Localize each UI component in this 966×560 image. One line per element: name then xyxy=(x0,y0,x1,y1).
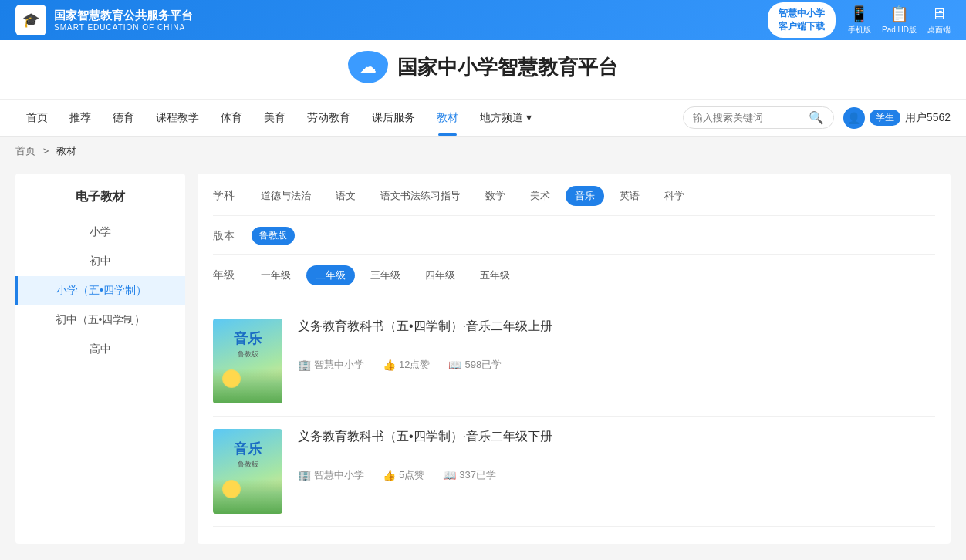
nav-local[interactable]: 地方频道 ▾ xyxy=(469,100,542,136)
sidebar-item-primary54[interactable]: 小学（五•四学制） xyxy=(15,276,185,305)
version-filter-tags: 鲁教版 xyxy=(252,227,295,245)
meta-learners-0: 📖 598已学 xyxy=(448,358,502,372)
breadcrumb-home[interactable]: 首页 xyxy=(15,145,35,157)
nav-home[interactable]: 首页 xyxy=(15,100,59,136)
breadcrumb: 首页 > 教材 xyxy=(0,137,966,166)
device-mobile[interactable]: 📱 手机版 xyxy=(848,5,871,35)
main-container: 电子教材 小学 初中 小学（五•四学制） 初中（五•四学制） 高中 学科 道德与… xyxy=(0,166,966,552)
subject-filter-label: 学科 xyxy=(213,189,252,203)
nav-moral[interactable]: 德育 xyxy=(102,100,145,136)
building-icon-1: 🏢 xyxy=(298,469,311,481)
search-icon[interactable]: 🔍 xyxy=(809,110,824,125)
nav-sports[interactable]: 体育 xyxy=(210,100,253,136)
version-filter-label: 版本 xyxy=(213,229,252,243)
nav-arts[interactable]: 美育 xyxy=(253,100,296,136)
book-meta-1: 🏢 智慧中小学 👍 5点赞 📖 337已学 xyxy=(298,468,935,482)
learner-icon-1: 📖 xyxy=(443,469,456,481)
site-title: 国家中小学智慧教育平台 xyxy=(397,54,618,81)
grade-filter-label: 年级 xyxy=(213,268,252,282)
logo-text: 国家智慧教育公共服务平台 SMART EDUCATION OF CHINA xyxy=(54,8,193,32)
subject-filter-row: 学科 道德与法治 语文 语文书法练习指导 数学 美术 音乐 英语 科学 xyxy=(213,186,935,216)
book-sun-0 xyxy=(222,369,241,388)
tag-grade5[interactable]: 五年级 xyxy=(471,265,519,285)
book-title-1: 义务教育教科书（五•四学制）·音乐二年级下册 xyxy=(298,429,935,445)
tag-lujiao[interactable]: 鲁教版 xyxy=(252,227,295,245)
desktop-icon: 🖥 xyxy=(931,5,947,23)
header-logo: ☁ 国家中小学智慧教育平台 xyxy=(348,51,618,83)
breadcrumb-current: 教材 xyxy=(56,145,76,157)
username: 用户5562 xyxy=(905,111,951,125)
header: ☁ 国家中小学智慧教育平台 xyxy=(0,40,966,100)
breadcrumb-separator: > xyxy=(43,145,49,157)
tag-calligraphy[interactable]: 语文书法练习指导 xyxy=(371,186,470,206)
top-bar: 🎓 国家智慧教育公共服务平台 SMART EDUCATION OF CHINA … xyxy=(0,0,966,40)
tag-grade3[interactable]: 三年级 xyxy=(361,265,410,285)
like-icon-0: 👍 xyxy=(383,359,396,371)
learner-icon-0: 📖 xyxy=(448,359,461,371)
device-desktop[interactable]: 🖥 桌面端 xyxy=(927,5,951,35)
meta-source-1: 🏢 智慧中小学 xyxy=(298,468,364,482)
tag-art[interactable]: 美术 xyxy=(521,186,559,206)
nav-labor[interactable]: 劳动教育 xyxy=(296,100,361,136)
sidebar-item-high[interactable]: 高中 xyxy=(15,335,185,364)
book-list: 音乐 鲁教版 义务教育教科书（五•四学制）·音乐二年级上册 🏢 智慧中小学 xyxy=(213,306,935,527)
grade-filter-row: 年级 一年级 二年级 三年级 四年级 五年级 xyxy=(213,265,935,295)
meta-source-0: 🏢 智慧中小学 xyxy=(298,358,364,372)
download-button[interactable]: 智慧中小学 客户端下载 xyxy=(768,2,836,38)
cloud-logo-icon: ☁ xyxy=(348,51,388,83)
nav-recommend[interactable]: 推荐 xyxy=(59,100,102,136)
like-icon-1: 👍 xyxy=(383,469,396,481)
nav-afterschool[interactable]: 课后服务 xyxy=(361,100,426,136)
mobile-icon: 📱 xyxy=(849,5,869,23)
device-icons: 📱 手机版 📋 Pad HD版 🖥 桌面端 xyxy=(848,5,951,35)
subject-filter-tags: 道德与法治 语文 语文书法练习指导 数学 美术 音乐 英语 科学 xyxy=(252,186,694,206)
building-icon-0: 🏢 xyxy=(298,359,311,371)
logo-title: 国家智慧教育公共服务平台 xyxy=(54,8,193,23)
device-pad[interactable]: 📋 Pad HD版 xyxy=(882,5,917,35)
tag-english[interactable]: 英语 xyxy=(610,186,649,206)
tag-math[interactable]: 数学 xyxy=(476,186,515,206)
book-publisher-1: 鲁教版 xyxy=(234,460,262,470)
meta-likes-1: 👍 5点赞 xyxy=(383,468,424,482)
nav-textbook[interactable]: 教材 xyxy=(426,100,469,136)
nav-bar: 首页 推荐 德育 课程教学 体育 美育 劳动教育 课后服务 教材 地方频道 ▾ … xyxy=(0,100,966,137)
tag-grade4[interactable]: 四年级 xyxy=(416,265,464,285)
sidebar-item-middle[interactable]: 初中 xyxy=(15,247,185,276)
top-bar-logo: 🎓 国家智慧教育公共服务平台 SMART EDUCATION OF CHINA xyxy=(15,5,193,35)
logo-subtitle: SMART EDUCATION OF CHINA xyxy=(54,23,193,32)
avatar: 👤 xyxy=(843,107,865,129)
book-info-0: 义务教育教科书（五•四学制）·音乐二年级上册 🏢 智慧中小学 👍 12点赞 📖 xyxy=(298,319,935,372)
book-subject-1: 音乐 xyxy=(234,440,262,458)
sidebar-item-middle54[interactable]: 初中（五•四学制） xyxy=(15,305,185,335)
user-info: 👤 学生 用户5562 xyxy=(843,107,951,129)
search-box[interactable]: 🔍 xyxy=(683,106,834,129)
top-bar-right: 智慧中小学 客户端下载 📱 手机版 📋 Pad HD版 🖥 桌面端 xyxy=(768,2,951,38)
user-badge: 学生 xyxy=(870,110,900,126)
meta-likes-0: 👍 12点赞 xyxy=(383,358,430,372)
meta-learners-1: 📖 337已学 xyxy=(443,468,496,482)
book-cover-1: 音乐 鲁教版 xyxy=(213,429,282,514)
nav-right: 🔍 👤 学生 用户5562 xyxy=(683,106,951,129)
book-cover-0: 音乐 鲁教版 xyxy=(213,319,282,403)
tag-moral[interactable]: 道德与法治 xyxy=(252,186,320,206)
book-info-1: 义务教育教科书（五•四学制）·音乐二年级下册 🏢 智慧中小学 👍 5点赞 📖 xyxy=(298,429,935,482)
nav-links: 首页 推荐 德育 课程教学 体育 美育 劳动教育 课后服务 教材 地方频道 ▾ xyxy=(15,100,542,136)
tag-grade2[interactable]: 二年级 xyxy=(306,265,355,285)
version-filter-row: 版本 鲁教版 xyxy=(213,227,935,255)
tag-science[interactable]: 科学 xyxy=(655,186,694,206)
book-card-1[interactable]: 音乐 鲁教版 义务教育教科书（五•四学制）·音乐二年级下册 🏢 智慧中小学 xyxy=(213,417,935,527)
search-input[interactable] xyxy=(693,112,809,123)
nav-course[interactable]: 课程教学 xyxy=(145,100,210,136)
book-publisher-0: 鲁教版 xyxy=(234,349,262,359)
sidebar-item-primary[interactable]: 小学 xyxy=(15,218,185,247)
book-sun-1 xyxy=(222,480,241,498)
book-title-0: 义务教育教科书（五•四学制）·音乐二年级上册 xyxy=(298,319,935,335)
sidebar-title: 电子教材 xyxy=(15,189,185,205)
tag-grade1[interactable]: 一年级 xyxy=(252,265,300,285)
book-card-0[interactable]: 音乐 鲁教版 义务教育教科书（五•四学制）·音乐二年级上册 🏢 智慧中小学 xyxy=(213,306,935,417)
grade-filter-tags: 一年级 二年级 三年级 四年级 五年级 xyxy=(252,265,519,285)
tag-music[interactable]: 音乐 xyxy=(566,186,604,206)
sidebar: 电子教材 小学 初中 小学（五•四学制） 初中（五•四学制） 高中 xyxy=(15,174,185,544)
content-area: 学科 道德与法治 语文 语文书法练习指导 数学 美术 音乐 英语 科学 版本 鲁… xyxy=(198,174,951,544)
tag-chinese[interactable]: 语文 xyxy=(326,186,365,206)
